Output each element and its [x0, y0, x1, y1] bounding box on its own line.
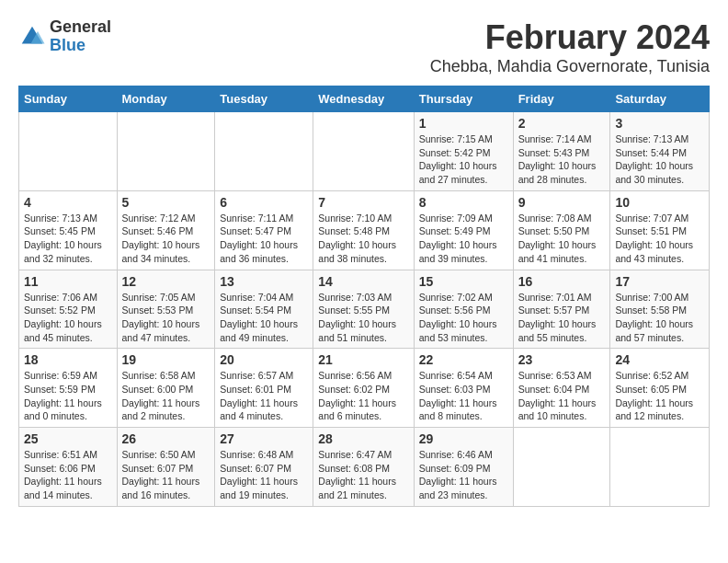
logo-text: General Blue: [50, 18, 111, 55]
calendar-cell: 12Sunrise: 7:05 AMSunset: 5:53 PMDayligh…: [117, 270, 215, 349]
header-wednesday: Wednesday: [313, 86, 414, 112]
day-info: Sunrise: 7:13 AMSunset: 5:44 PMDaylight:…: [615, 132, 704, 187]
calendar-cell: [117, 112, 215, 191]
calendar-cell: 1Sunrise: 7:15 AMSunset: 5:42 PMDaylight…: [414, 112, 513, 191]
header-thursday: Thursday: [414, 86, 513, 112]
calendar-cell: 7Sunrise: 7:10 AMSunset: 5:48 PMDaylight…: [313, 190, 414, 270]
day-number: 22: [419, 352, 508, 367]
calendar-cell: 9Sunrise: 7:08 AMSunset: 5:50 PMDaylight…: [513, 190, 610, 270]
calendar-cell: 17Sunrise: 7:00 AMSunset: 5:58 PMDayligh…: [610, 270, 710, 349]
week-row: 1Sunrise: 7:15 AMSunset: 5:42 PMDaylight…: [19, 112, 710, 191]
day-info: Sunrise: 7:03 AMSunset: 5:55 PMDaylight:…: [318, 291, 408, 345]
calendar-cell: [513, 428, 610, 507]
logo-blue: Blue: [50, 37, 111, 55]
day-info: Sunrise: 7:15 AMSunset: 5:42 PMDaylight:…: [419, 132, 508, 187]
calendar-cell: 27Sunrise: 6:48 AMSunset: 6:07 PMDayligh…: [215, 428, 313, 507]
day-number: 2: [518, 116, 606, 131]
calendar-cell: 3Sunrise: 7:13 AMSunset: 5:44 PMDaylight…: [610, 112, 710, 191]
day-info: Sunrise: 7:09 AMSunset: 5:49 PMDaylight:…: [419, 212, 508, 266]
calendar-cell: 24Sunrise: 6:52 AMSunset: 6:05 PMDayligh…: [610, 349, 710, 428]
day-number: 10: [615, 195, 704, 210]
day-info: Sunrise: 6:51 AMSunset: 6:06 PMDaylight:…: [24, 448, 112, 502]
logo-icon: [18, 23, 46, 51]
calendar-cell: 15Sunrise: 7:02 AMSunset: 5:56 PMDayligh…: [414, 270, 513, 349]
day-number: 28: [318, 431, 408, 446]
day-info: Sunrise: 7:12 AMSunset: 5:46 PMDaylight:…: [122, 212, 210, 266]
day-info: Sunrise: 7:14 AMSunset: 5:43 PMDaylight:…: [518, 132, 606, 187]
day-info: Sunrise: 6:56 AMSunset: 6:02 PMDaylight:…: [318, 369, 408, 423]
day-number: 16: [518, 274, 606, 289]
day-number: 23: [518, 352, 606, 367]
day-number: 29: [419, 431, 508, 446]
day-number: 19: [122, 352, 210, 367]
day-info: Sunrise: 7:10 AMSunset: 5:48 PMDaylight:…: [318, 212, 408, 266]
day-number: 9: [518, 195, 606, 210]
calendar-cell: 6Sunrise: 7:11 AMSunset: 5:47 PMDaylight…: [215, 190, 313, 270]
header-row: SundayMondayTuesdayWednesdayThursdayFrid…: [19, 86, 710, 112]
day-info: Sunrise: 6:59 AMSunset: 5:59 PMDaylight:…: [24, 369, 112, 423]
day-info: Sunrise: 7:13 AMSunset: 5:45 PMDaylight:…: [24, 212, 112, 266]
header-monday: Monday: [117, 86, 215, 112]
day-info: Sunrise: 7:11 AMSunset: 5:47 PMDaylight:…: [220, 212, 308, 266]
logo-general: General: [50, 18, 111, 37]
day-info: Sunrise: 7:06 AMSunset: 5:52 PMDaylight:…: [24, 291, 112, 345]
calendar-cell: 18Sunrise: 6:59 AMSunset: 5:59 PMDayligh…: [19, 349, 118, 428]
header-tuesday: Tuesday: [215, 86, 313, 112]
week-row: 25Sunrise: 6:51 AMSunset: 6:06 PMDayligh…: [19, 428, 710, 507]
calendar-cell: 23Sunrise: 6:53 AMSunset: 6:04 PMDayligh…: [513, 349, 610, 428]
week-row: 4Sunrise: 7:13 AMSunset: 5:45 PMDaylight…: [19, 190, 710, 270]
day-number: 17: [615, 274, 704, 289]
header-friday: Friday: [513, 86, 610, 112]
day-number: 14: [318, 274, 408, 289]
calendar-cell: 21Sunrise: 6:56 AMSunset: 6:02 PMDayligh…: [313, 349, 414, 428]
day-number: 15: [419, 274, 508, 289]
day-number: 12: [122, 274, 210, 289]
calendar-cell: 22Sunrise: 6:54 AMSunset: 6:03 PMDayligh…: [414, 349, 513, 428]
page-title: February 2024: [430, 18, 710, 57]
calendar-cell: 5Sunrise: 7:12 AMSunset: 5:46 PMDaylight…: [117, 190, 215, 270]
calendar-cell: [313, 112, 414, 191]
calendar-table: SundayMondayTuesdayWednesdayThursdayFrid…: [18, 86, 710, 507]
day-number: 3: [615, 116, 704, 131]
title-block: February 2024 Chebba, Mahdia Governorate…: [430, 18, 710, 76]
day-info: Sunrise: 7:07 AMSunset: 5:51 PMDaylight:…: [615, 212, 704, 266]
calendar-cell: 25Sunrise: 6:51 AMSunset: 6:06 PMDayligh…: [19, 428, 118, 507]
day-info: Sunrise: 6:53 AMSunset: 6:04 PMDaylight:…: [518, 369, 606, 423]
day-number: 26: [122, 431, 210, 446]
calendar-cell: [215, 112, 313, 191]
calendar-body: 1Sunrise: 7:15 AMSunset: 5:42 PMDaylight…: [19, 112, 710, 507]
day-number: 7: [318, 195, 408, 210]
logo: General Blue: [18, 18, 111, 55]
day-info: Sunrise: 6:54 AMSunset: 6:03 PMDaylight:…: [419, 369, 508, 423]
calendar-cell: 20Sunrise: 6:57 AMSunset: 6:01 PMDayligh…: [215, 349, 313, 428]
calendar-cell: 16Sunrise: 7:01 AMSunset: 5:57 PMDayligh…: [513, 270, 610, 349]
day-info: Sunrise: 6:58 AMSunset: 6:00 PMDaylight:…: [122, 369, 210, 423]
calendar-cell: 19Sunrise: 6:58 AMSunset: 6:00 PMDayligh…: [117, 349, 215, 428]
day-info: Sunrise: 7:04 AMSunset: 5:54 PMDaylight:…: [220, 291, 308, 345]
day-info: Sunrise: 6:47 AMSunset: 6:08 PMDaylight:…: [318, 448, 408, 502]
day-number: 8: [419, 195, 508, 210]
day-number: 5: [122, 195, 210, 210]
day-number: 25: [24, 431, 112, 446]
day-number: 27: [220, 431, 308, 446]
day-info: Sunrise: 7:00 AMSunset: 5:58 PMDaylight:…: [615, 291, 704, 345]
week-row: 11Sunrise: 7:06 AMSunset: 5:52 PMDayligh…: [19, 270, 710, 349]
day-number: 13: [220, 274, 308, 289]
calendar-cell: [19, 112, 118, 191]
calendar-header: SundayMondayTuesdayWednesdayThursdayFrid…: [19, 86, 710, 112]
day-info: Sunrise: 7:08 AMSunset: 5:50 PMDaylight:…: [518, 212, 606, 266]
calendar-cell: 13Sunrise: 7:04 AMSunset: 5:54 PMDayligh…: [215, 270, 313, 349]
week-row: 18Sunrise: 6:59 AMSunset: 5:59 PMDayligh…: [19, 349, 710, 428]
page-header: General Blue February 2024 Chebba, Mahdi…: [18, 18, 710, 76]
header-saturday: Saturday: [610, 86, 710, 112]
calendar-cell: 26Sunrise: 6:50 AMSunset: 6:07 PMDayligh…: [117, 428, 215, 507]
day-number: 11: [24, 274, 112, 289]
day-number: 21: [318, 352, 408, 367]
calendar-cell: 8Sunrise: 7:09 AMSunset: 5:49 PMDaylight…: [414, 190, 513, 270]
day-info: Sunrise: 7:02 AMSunset: 5:56 PMDaylight:…: [419, 291, 508, 345]
day-info: Sunrise: 6:52 AMSunset: 6:05 PMDaylight:…: [615, 369, 704, 423]
day-info: Sunrise: 6:46 AMSunset: 6:09 PMDaylight:…: [419, 448, 508, 502]
day-number: 4: [24, 195, 112, 210]
day-number: 20: [220, 352, 308, 367]
day-info: Sunrise: 7:05 AMSunset: 5:53 PMDaylight:…: [122, 291, 210, 345]
